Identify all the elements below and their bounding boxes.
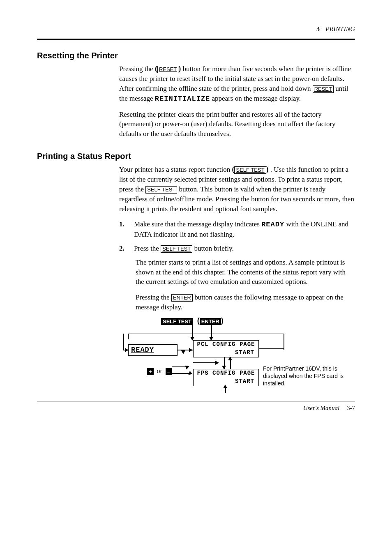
diagram-note: For PrintPartner 16DV, this is displayed…	[263, 365, 349, 387]
reinitialize-label: REINITIALIZE	[155, 94, 210, 104]
step-2: 2. Press the SELF TEST button briefly.	[119, 244, 355, 253]
flow-diagram: SELF TEST (ENTER) READY PCL CONFIG PAGE …	[123, 312, 353, 394]
diagram-fps-l1: FPS CONFIG PAGE	[197, 369, 255, 378]
step-1-a: Make sure that the message display indic…	[134, 220, 261, 228]
selftest-button-1: SELF TEST	[234, 166, 266, 174]
selftest-button-3: SELF TEST	[161, 245, 192, 253]
diagram-enter-key: ENTER	[200, 318, 221, 325]
diagram-plus-key: +	[147, 368, 154, 375]
status-para1: Your printer has a status report functio…	[119, 164, 355, 214]
top-rule	[37, 39, 355, 40]
status-text-1a: Your printer has a status report functio…	[119, 166, 232, 173]
reset-para1: Pressing the (RESET) button for more tha…	[119, 64, 355, 104]
status-para3: Pressing the ENTER button causes the fol…	[136, 293, 347, 312]
reset-para2: Resetting the printer clears the print b…	[119, 110, 355, 139]
section-title-reset: Resetting the Printer	[37, 50, 355, 61]
diagram-fps-box: FPS CONFIG PAGE START	[193, 369, 259, 386]
step-2-num: 2.	[119, 244, 134, 253]
footer-page: 3-7	[347, 405, 355, 411]
footer-label: User's Manual	[303, 405, 340, 411]
step-1-ready: READY	[261, 220, 284, 230]
diagram-ready-text: READY	[131, 345, 154, 355]
bottom-rule	[37, 401, 355, 401]
selftest-button-2: SELF TEST	[145, 186, 177, 194]
diagram-or-label: or	[157, 367, 162, 374]
step-2-b: button briefly.	[194, 244, 234, 252]
diagram-pcl-box: PCL CONFIG PAGE START	[193, 340, 259, 357]
section-title-status: Printing a Status Report	[37, 150, 355, 162]
diagram-selftest-key: SELF TEST	[161, 318, 193, 325]
reset-text-1d: appears on the message display.	[212, 94, 301, 102]
diagram-minus-key: –	[166, 368, 172, 375]
diagram-pcl-l1: PCL CONFIG PAGE	[197, 341, 255, 349]
reset-text-1a: Pressing the	[119, 65, 155, 73]
reset-button-2: RESET	[313, 85, 334, 93]
step-1: 1. Make sure that the message display in…	[119, 219, 355, 240]
diagram-ready-box: READY	[128, 344, 178, 356]
enter-button: ENTER	[171, 294, 193, 302]
diagram-pcl-l2: START	[235, 349, 254, 357]
status-3a: Pressing the	[136, 293, 171, 301]
status-para2: The printer starts to print a list of se…	[136, 258, 347, 287]
reset-button-1: RESET	[157, 66, 178, 73]
page-footer: User's Manual 3-7	[37, 404, 355, 412]
step-1-num: 1.	[119, 219, 134, 240]
diagram-fps-l2: START	[235, 378, 254, 386]
chapter-number: 3	[316, 25, 320, 32]
chapter-label: 3 PRINTING	[316, 25, 355, 34]
step-2-a: Press the	[134, 244, 161, 252]
chapter-title: PRINTING	[325, 25, 355, 32]
